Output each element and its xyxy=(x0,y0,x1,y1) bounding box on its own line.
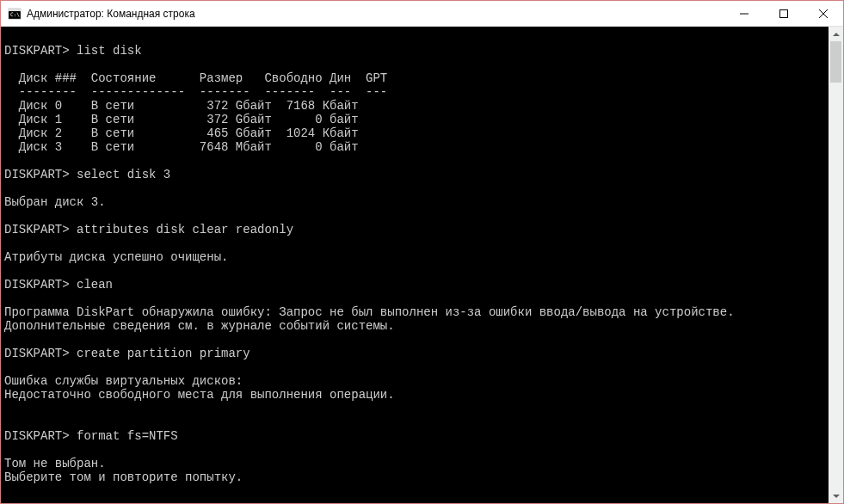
svg-rect-4 xyxy=(780,9,788,17)
maximize-button[interactable] xyxy=(764,1,804,26)
svg-marker-8 xyxy=(833,495,840,498)
window-titlebar: C:\ Администратор: Командная строка xyxy=(1,1,843,27)
scroll-thumb[interactable] xyxy=(830,41,841,83)
window-title: Администратор: Командная строка xyxy=(27,8,724,20)
scroll-down-arrow[interactable] xyxy=(829,489,843,503)
scroll-up-arrow[interactable] xyxy=(829,27,843,41)
svg-text:C:\: C:\ xyxy=(10,11,20,17)
close-button[interactable] xyxy=(804,1,843,26)
window-controls xyxy=(724,1,843,26)
terminal-output[interactable]: DISKPART> list disk Диск ### Состояние Р… xyxy=(1,27,829,503)
vertical-scrollbar[interactable] xyxy=(829,27,843,503)
minimize-button[interactable] xyxy=(724,1,764,26)
cmd-icon: C:\ xyxy=(8,7,22,21)
svg-marker-7 xyxy=(833,33,840,36)
client-area: DISKPART> list disk Диск ### Состояние Р… xyxy=(1,27,843,503)
